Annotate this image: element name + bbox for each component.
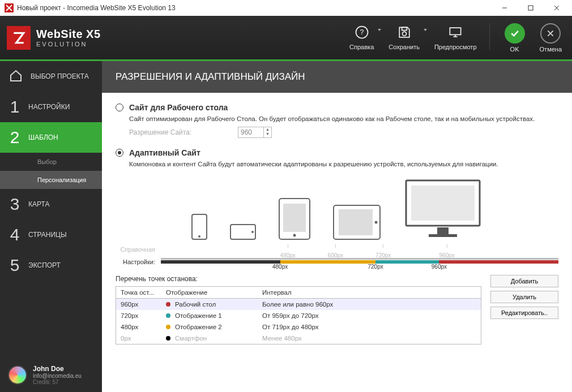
svg-rect-21 <box>411 186 475 221</box>
sidebar-step-5[interactable]: 5ЭКСПОРТ <box>0 250 102 281</box>
sidebar-substep-select[interactable]: Выбор <box>0 153 102 171</box>
tablet-landscape-icon <box>333 205 381 240</box>
product-name: WebSite X5 <box>36 28 101 41</box>
site-resolution-input[interactable] <box>238 127 263 137</box>
svg-point-16 <box>293 234 296 237</box>
minimize-button[interactable] <box>492 0 518 16</box>
desktop-site-title: Сайт для Рабочего стола <box>129 103 228 112</box>
app-icon <box>5 3 14 12</box>
sidebar-step-5-label: ЭКСПОРТ <box>28 261 61 269</box>
col-header-size: Точка ост... <box>116 287 161 298</box>
logo: WebSite X5 EVOLUTION <box>7 26 101 50</box>
breakpoints-table: Точка ост... Отображение Интервал 960pxР… <box>116 286 481 344</box>
chevron-down-icon <box>423 27 428 33</box>
close-icon <box>540 23 561 44</box>
header-toolbar: WebSite X5 EVOLUTION ? Справка Сохранить <box>0 16 572 61</box>
reference-label: Справочная <box>116 246 161 253</box>
user-panel[interactable]: John Doe info@incomedia.eu Crediti: 57 <box>0 358 102 392</box>
save-icon <box>395 23 413 41</box>
reference-ticks: 480px 600px 720px 960px <box>161 244 558 258</box>
save-button[interactable]: Сохранить <box>389 23 420 50</box>
sidebar-step-1[interactable]: 1НАСТРОЙКИ <box>0 92 102 122</box>
radio-desktop-site[interactable] <box>116 104 123 111</box>
check-icon <box>505 23 525 44</box>
desktop-icon <box>403 178 483 240</box>
spinner-up-icon[interactable]: ▲ <box>264 127 271 132</box>
maximize-button[interactable] <box>518 0 544 16</box>
sidebar-step-project-label: ВЫБОР ПРОЕКТА <box>31 72 89 80</box>
svg-rect-22 <box>437 227 449 234</box>
radio-responsive-site[interactable] <box>116 149 123 157</box>
edit-breakpoint-button[interactable]: Редактировать.. <box>490 307 558 319</box>
site-resolution-spinner[interactable]: ▲▼ <box>238 127 272 138</box>
sidebar-step-4-label: СТРАНИЦЫ <box>28 231 67 239</box>
responsive-site-desc: Компоновка и контент Сайта будут автомат… <box>129 161 558 167</box>
user-name: John Doe <box>33 365 82 373</box>
chevron-down-icon <box>377 27 382 33</box>
sidebar-step-4[interactable]: 4СТРАНИЦЫ <box>0 219 102 250</box>
svg-text:?: ? <box>360 28 364 36</box>
help-button[interactable]: ? Справка <box>349 23 374 50</box>
table-row[interactable]: 480pxОтображение 2От 719px до 480px <box>116 321 481 333</box>
delete-breakpoint-button[interactable]: Удалить <box>490 291 558 303</box>
sidebar-step-2-label: ШАБЛОН <box>28 133 58 141</box>
preview-button[interactable]: Предпросмотр <box>434 23 477 50</box>
sidebar-step-project[interactable]: ВЫБОР ПРОЕКТА <box>0 61 102 92</box>
settings-label: Настройки: <box>116 259 161 265</box>
breakpoints-heading: Перечень точек останова: <box>116 275 481 283</box>
help-icon: ? <box>353 23 371 41</box>
desktop-site-desc: Сайт оптимизирован для Рабочего Стола. О… <box>129 115 558 122</box>
close-button[interactable] <box>544 0 570 16</box>
titlebar: Новый проект - Incomedia WebSite X5 Evol… <box>0 0 572 16</box>
user-email: info@incomedia.eu <box>33 373 82 379</box>
svg-rect-2 <box>528 6 533 10</box>
ok-label: OK <box>510 46 519 53</box>
device-preview <box>116 178 558 240</box>
col-header-display: Отображение <box>161 287 258 298</box>
site-resolution-label: Разрешение Сайта: <box>129 128 231 136</box>
svg-rect-23 <box>429 234 457 237</box>
responsive-site-title: Адаптивный Сайт <box>129 148 200 157</box>
col-header-range: Интервал <box>258 287 481 298</box>
tablet-portrait-icon <box>279 198 310 240</box>
svg-point-6 <box>402 32 406 36</box>
user-credit: Crediti: 57 <box>33 379 82 385</box>
cancel-label: Отмена <box>540 46 562 53</box>
sidebar-step-2[interactable]: 2ШАБЛОН <box>0 122 102 153</box>
add-breakpoint-button[interactable]: Добавить <box>490 275 558 287</box>
sidebar-substep-personalize[interactable]: Персонализация <box>0 171 102 189</box>
home-icon <box>9 69 23 84</box>
avatar <box>8 365 27 385</box>
settings-ticks: 480px 720px 960px <box>161 264 558 272</box>
svg-rect-5 <box>402 27 407 30</box>
table-row[interactable]: 0pxСмартфонМенее 480px <box>116 333 481 344</box>
preview-icon <box>446 23 464 41</box>
svg-point-11 <box>198 235 200 238</box>
table-row[interactable]: 960pxРабочий столБолее или равно 960px <box>116 299 481 310</box>
page-title: РАЗРЕШЕНИЯ И АДАПТИВНЫЙ ДИЗАЙН <box>102 61 572 93</box>
spinner-down-icon[interactable]: ▼ <box>264 132 271 136</box>
preview-label: Предпросмотр <box>434 44 477 50</box>
window-title: Новый проект - Incomedia WebSite X5 Evol… <box>17 4 492 12</box>
ok-button[interactable]: OK <box>505 23 525 53</box>
svg-rect-18 <box>339 209 373 235</box>
sidebar-step-3[interactable]: 3КАРТА <box>0 189 102 219</box>
sidebar-step-1-label: НАСТРОЙКИ <box>28 103 70 111</box>
table-row[interactable]: 720pxОтображение 1От 959px до 720px <box>116 310 481 321</box>
svg-rect-7 <box>450 28 461 35</box>
sidebar-step-3-label: КАРТА <box>28 200 49 208</box>
svg-point-19 <box>375 221 378 224</box>
svg-rect-15 <box>283 204 306 232</box>
cancel-button[interactable]: Отмена <box>540 23 562 53</box>
save-label: Сохранить <box>389 44 420 50</box>
product-edition: EVOLUTION <box>36 41 101 48</box>
phone-landscape-icon <box>230 224 256 240</box>
phone-portrait-icon <box>191 214 207 240</box>
help-label: Справка <box>349 44 374 50</box>
logo-mark-icon <box>7 26 31 50</box>
sidebar: ВЫБОР ПРОЕКТА 1НАСТРОЙКИ 2ШАБЛОН Выбор П… <box>0 61 102 392</box>
svg-point-13 <box>251 231 254 233</box>
